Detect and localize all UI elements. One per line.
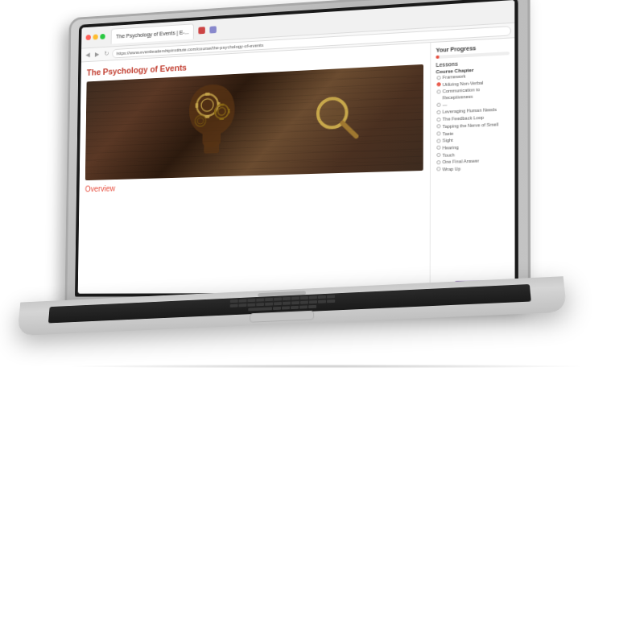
svg-rect-10 bbox=[220, 118, 225, 120]
key bbox=[308, 295, 316, 299]
lesson-status-dot bbox=[436, 110, 440, 114]
key bbox=[308, 305, 316, 308]
lesson-status-dot bbox=[436, 103, 440, 107]
lesson-status-dot-completed: ✓ bbox=[436, 82, 440, 86]
key bbox=[282, 302, 290, 305]
screen-bezel: The Psychology of Events | E-... ◀ ▶ ↻ bbox=[75, 0, 518, 297]
key bbox=[238, 299, 246, 302]
extension-icon-1[interactable] bbox=[199, 27, 205, 34]
magnifier-svg bbox=[315, 94, 359, 140]
svg-line-16 bbox=[343, 122, 357, 137]
svg-point-14 bbox=[197, 118, 204, 124]
svg-rect-4 bbox=[205, 115, 210, 118]
svg-rect-5 bbox=[196, 103, 199, 108]
key bbox=[291, 296, 299, 299]
progress-bar-container bbox=[436, 52, 510, 59]
close-button[interactable] bbox=[86, 35, 91, 40]
extension-icon-2[interactable] bbox=[210, 26, 217, 33]
lesson-label: — bbox=[443, 102, 448, 109]
svg-point-7 bbox=[215, 104, 229, 118]
lesson-status-dot bbox=[436, 167, 440, 171]
key bbox=[299, 301, 308, 304]
key bbox=[256, 303, 264, 306]
key bbox=[291, 301, 299, 304]
scene: The Psychology of Events | E-... ◀ ▶ ↻ bbox=[0, 0, 644, 644]
key bbox=[238, 303, 246, 307]
svg-rect-0 bbox=[204, 141, 220, 153]
key bbox=[247, 299, 255, 302]
lesson-status-dot bbox=[436, 160, 440, 164]
key bbox=[290, 306, 298, 309]
key bbox=[273, 307, 281, 310]
lesson-status-dot bbox=[436, 118, 440, 122]
key bbox=[229, 299, 237, 303]
key bbox=[229, 304, 237, 308]
key bbox=[256, 298, 264, 301]
laptop-shadow bbox=[60, 364, 592, 368]
laptop-screen: The Psychology of Events | E-... ◀ ▶ ↻ bbox=[78, 0, 515, 294]
sidebar: Your Progress Lessons Course Chapter Fra… bbox=[430, 38, 515, 292]
key bbox=[265, 298, 273, 301]
lesson-label: Sight bbox=[443, 138, 453, 144]
traffic-lights bbox=[86, 34, 105, 40]
svg-point-2 bbox=[201, 98, 213, 111]
key bbox=[308, 300, 316, 303]
progress-bar-fill bbox=[436, 56, 440, 59]
forward-button[interactable]: ▶ bbox=[93, 50, 101, 58]
hero-image bbox=[85, 64, 423, 180]
key bbox=[327, 299, 335, 303]
lesson-status-dot bbox=[436, 153, 440, 157]
svg-point-13 bbox=[196, 115, 206, 126]
svg-rect-3 bbox=[205, 93, 210, 96]
key bbox=[282, 297, 290, 300]
key bbox=[274, 302, 282, 305]
svg-rect-12 bbox=[228, 109, 230, 114]
key bbox=[299, 296, 308, 299]
svg-rect-11 bbox=[214, 109, 217, 114]
key-spacebar bbox=[248, 307, 272, 311]
trackpad[interactable] bbox=[250, 311, 314, 323]
minimize-button[interactable] bbox=[93, 34, 97, 39]
lesson-status-dot bbox=[436, 138, 440, 142]
lesson-label: One Final Answer bbox=[443, 159, 480, 166]
lesson-label: Touch bbox=[443, 152, 455, 159]
key bbox=[299, 305, 307, 308]
svg-rect-9 bbox=[220, 104, 225, 106]
refresh-button[interactable]: ↻ bbox=[103, 50, 110, 58]
maximize-button[interactable] bbox=[100, 34, 105, 39]
key bbox=[317, 300, 325, 303]
svg-point-8 bbox=[218, 107, 226, 115]
page-content: The Psychology of Events bbox=[78, 38, 515, 293]
key bbox=[247, 303, 255, 307]
gears-svg bbox=[188, 85, 234, 134]
key bbox=[326, 295, 334, 298]
key bbox=[282, 306, 290, 309]
laptop-lid: The Psychology of Events | E-... ◀ ▶ ↻ bbox=[64, 0, 530, 306]
lesson-status-dot bbox=[436, 124, 440, 128]
lesson-status-dot bbox=[436, 76, 440, 80]
back-button[interactable]: ◀ bbox=[84, 51, 91, 59]
lesson-label: Hearing bbox=[443, 145, 459, 152]
lesson-label: Framework bbox=[443, 73, 466, 80]
key bbox=[317, 295, 325, 299]
lesson-status-dot bbox=[436, 146, 440, 150]
lesson-label: Taste bbox=[443, 130, 454, 137]
main-content: The Psychology of Events bbox=[78, 43, 431, 294]
wood-grain bbox=[85, 64, 423, 180]
lesson-label: Wrap Up bbox=[443, 166, 461, 173]
lesson-status-dot bbox=[436, 131, 440, 135]
lesson-status-dot bbox=[436, 89, 440, 93]
key bbox=[265, 303, 273, 306]
list-item[interactable]: Wrap Up bbox=[436, 165, 510, 174]
key bbox=[274, 297, 282, 300]
browser-tab[interactable]: The Psychology of Events | E-... bbox=[111, 23, 195, 43]
